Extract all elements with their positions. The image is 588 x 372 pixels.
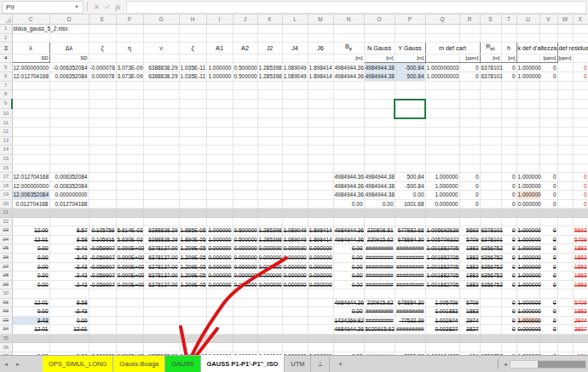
cell-S14[interactable] <box>480 146 501 155</box>
cell-C27[interactable]: 0.00 <box>12 262 49 272</box>
cell-F8[interactable] <box>116 90 143 100</box>
cell-W13[interactable] <box>557 136 573 146</box>
cell-O12[interactable] <box>364 128 395 137</box>
cell-U17[interactable]: 1.000000 <box>516 173 539 182</box>
cell-G15[interactable] <box>143 154 179 163</box>
cell-P29[interactable]: ######### <box>395 280 425 289</box>
cell-W3[interactable]: def residua <box>557 43 588 54</box>
cell-W12[interactable] <box>557 128 573 137</box>
cell-Q32[interactable]: 1.001883 <box>425 307 459 317</box>
column-header-J[interactable]: J <box>233 14 257 25</box>
cell-T1[interactable] <box>501 25 516 34</box>
cell-S36[interactable] <box>480 343 501 352</box>
cell-P9[interactable] <box>395 100 425 109</box>
row-number-24[interactable]: 24 <box>0 235 12 244</box>
cell-X16[interactable] <box>573 163 588 173</box>
cell-M16[interactable] <box>308 163 333 173</box>
cell-C8[interactable] <box>12 90 49 100</box>
cell-P22[interactable] <box>395 217 425 226</box>
cell-Q13[interactable] <box>425 136 459 146</box>
cell-V4[interactable]: [ppm] <box>539 54 557 63</box>
cell-K5[interactable]: 1.285398 <box>257 63 282 72</box>
row-number-26[interactable]: 26 <box>0 253 12 262</box>
cell-K23[interactable]: 1.285398 <box>257 226 282 236</box>
cell-L28[interactable]: 0.000000 <box>282 272 308 281</box>
cell-O14[interactable] <box>364 146 395 155</box>
cell-T34[interactable]: 0 <box>501 325 516 335</box>
cell-G34[interactable] <box>143 325 179 335</box>
cell-T22[interactable] <box>501 217 516 226</box>
cell-U26[interactable]: 1.000000 <box>516 253 539 262</box>
cell-S2[interactable] <box>480 33 501 43</box>
cell-H13[interactable] <box>179 136 206 146</box>
sheet-tab-utm[interactable]: UTM <box>285 356 311 372</box>
cell-J7[interactable] <box>233 81 257 90</box>
cell-T31[interactable]: 0 <box>501 298 516 307</box>
sheet-tab--[interactable]: ⊥ <box>311 356 330 372</box>
pane-splitter[interactable] <box>498 359 499 369</box>
cell-X6[interactable]: 0 <box>573 72 588 82</box>
cell-K11[interactable] <box>257 118 282 128</box>
cell-D33[interactable]: 0.00 <box>49 316 89 325</box>
cell-K35[interactable] <box>257 334 282 343</box>
row-number-28[interactable]: 28 <box>0 272 12 281</box>
cell-J36[interactable] <box>233 343 257 352</box>
cell-X21[interactable] <box>573 209 588 218</box>
cell-P7[interactable] <box>395 81 425 90</box>
cell-E22[interactable] <box>89 217 116 226</box>
cell-W7[interactable] <box>557 81 573 90</box>
cell-Q24[interactable]: 1.005709322 <box>425 235 459 244</box>
cell-C26[interactable]: 0.00 <box>12 253 49 262</box>
cell-S10[interactable] <box>480 109 501 118</box>
cell-S26[interactable]: 6356752 <box>480 253 501 262</box>
row-number-34[interactable]: 34 <box>0 325 12 335</box>
cell-F28[interactable]: 0.000E+00 <box>116 272 143 281</box>
cell-C35[interactable] <box>12 334 49 343</box>
cell-N30[interactable] <box>333 289 364 299</box>
cell-L4[interactable] <box>282 54 308 63</box>
cell-S9[interactable] <box>480 100 501 109</box>
cell-O3[interactable]: N Gauss <box>364 43 395 54</box>
cell-O19[interactable]: 4984944.38 <box>364 191 395 200</box>
cell-R23[interactable]: 5693 <box>459 226 480 236</box>
cell-H30[interactable] <box>179 289 206 299</box>
cell-X23[interactable]: 5693 <box>573 226 588 236</box>
cell-L12[interactable] <box>282 128 308 137</box>
cell-G20[interactable] <box>143 199 179 209</box>
cell-J22[interactable] <box>233 217 257 226</box>
cell-F15[interactable] <box>116 154 143 163</box>
cell-O5[interactable]: 4984944.38 <box>364 63 395 72</box>
cell-Q26[interactable]: 1.001882705 <box>425 253 459 262</box>
cell-N12[interactable] <box>333 128 364 137</box>
cell-M5[interactable]: 1.898414 <box>308 63 333 72</box>
cell-V18[interactable]: 0 <box>539 181 557 191</box>
cell-M26[interactable]: 0.000000 <box>308 253 333 262</box>
cell-L17[interactable] <box>282 173 308 182</box>
cell-T36[interactable] <box>501 343 516 352</box>
cell-L13[interactable] <box>282 136 308 146</box>
cell-X10[interactable] <box>573 109 588 118</box>
cell-C19[interactable]: 12.006352084 <box>12 191 49 200</box>
cell-J21[interactable] <box>233 209 257 218</box>
cell-D7[interactable] <box>49 81 89 90</box>
cell-N36[interactable] <box>333 343 364 352</box>
cell-J13[interactable] <box>233 136 257 146</box>
column-header-T[interactable]: T <box>501 14 516 25</box>
cell-E23[interactable]: 0.105759 <box>89 226 116 236</box>
cell-N2[interactable] <box>333 33 364 43</box>
cell-W19[interactable] <box>557 191 573 200</box>
cell-F24[interactable]: 5.630E-03 <box>116 235 143 244</box>
row-number-18[interactable]: 18 <box>0 181 12 191</box>
cell-V10[interactable] <box>539 109 557 118</box>
cell-H21[interactable] <box>179 209 206 218</box>
cell-V14[interactable] <box>539 146 557 155</box>
cell-M6[interactable]: 1.898414 <box>308 72 333 82</box>
cell-I15[interactable] <box>206 154 233 163</box>
cell-U11[interactable] <box>516 118 539 128</box>
cell-U7[interactable] <box>516 81 539 90</box>
cell-C29[interactable]: 0.00 <box>12 280 49 289</box>
cell-H12[interactable] <box>179 128 206 137</box>
cell-D21[interactable] <box>49 209 89 218</box>
cell-G5[interactable]: 6388838.29 <box>143 63 179 72</box>
cell-S23[interactable]: 6378101 <box>480 226 501 236</box>
